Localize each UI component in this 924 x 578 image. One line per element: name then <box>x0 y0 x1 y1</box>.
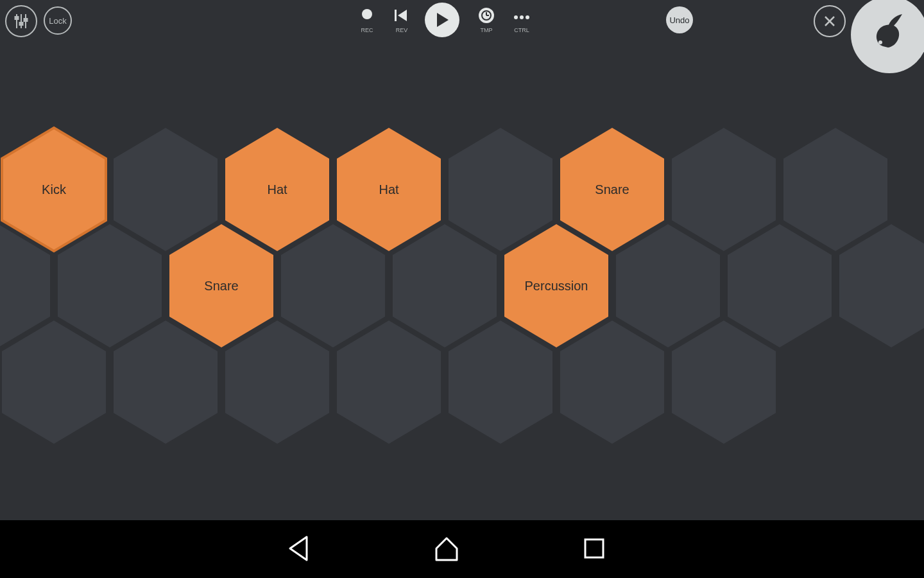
tempo-button[interactable] <box>479 8 494 23</box>
drum-pad-empty[interactable] <box>221 318 333 446</box>
hex-pad-grid: KickHatHatSnareSnarePercussion <box>0 0 924 520</box>
control-label: CTRL <box>509 27 535 33</box>
more-icon <box>513 14 530 21</box>
square-icon <box>583 537 606 560</box>
android-recent-button[interactable] <box>583 537 606 563</box>
svg-rect-6 <box>395 10 397 21</box>
drum-pad-empty[interactable] <box>556 318 668 446</box>
skip-back-icon <box>394 9 408 22</box>
svg-marker-8 <box>437 13 449 27</box>
close-icon <box>823 15 836 28</box>
mixer-button[interactable] <box>5 5 37 37</box>
close-button[interactable] <box>814 5 846 37</box>
android-home-button[interactable] <box>432 534 461 565</box>
svg-rect-4 <box>20 22 23 25</box>
svg-marker-7 <box>398 10 407 21</box>
drum-pad-empty[interactable] <box>668 318 780 446</box>
android-nav-bar <box>0 520 924 578</box>
android-back-button[interactable] <box>286 534 312 565</box>
drum-pad-empty[interactable] <box>110 318 221 446</box>
svg-point-13 <box>520 15 524 19</box>
svg-rect-5 <box>24 19 28 21</box>
record-label: REC <box>354 27 380 33</box>
svg-rect-19 <box>585 539 603 557</box>
fruit-icon <box>851 0 924 73</box>
undo-button[interactable]: Undo <box>666 6 693 33</box>
drum-pad-empty[interactable] <box>445 318 556 446</box>
undo-button-label: Undo <box>669 15 689 25</box>
lock-button-label: Lock <box>49 16 66 26</box>
sliders-icon <box>14 13 28 30</box>
drum-pad-empty[interactable] <box>0 318 110 446</box>
svg-point-17 <box>878 40 882 44</box>
svg-marker-18 <box>290 537 307 560</box>
svg-point-14 <box>526 15 529 19</box>
tempo-label: TMP <box>474 27 499 33</box>
play-icon <box>434 12 450 28</box>
drum-pad-empty[interactable] <box>333 318 445 446</box>
clock-icon <box>481 10 492 21</box>
lock-button[interactable]: Lock <box>44 6 72 35</box>
record-button[interactable] <box>362 9 372 19</box>
svg-point-12 <box>514 15 518 19</box>
play-button[interactable] <box>425 3 459 37</box>
rewind-button[interactable] <box>394 9 408 24</box>
svg-rect-3 <box>15 17 19 19</box>
control-button[interactable] <box>513 12 530 23</box>
fl-studio-logo[interactable] <box>851 0 924 73</box>
drum-pad-empty[interactable] <box>835 222 924 350</box>
back-icon <box>286 534 312 563</box>
home-icon <box>432 534 461 563</box>
rewind-label: REV <box>389 27 415 33</box>
